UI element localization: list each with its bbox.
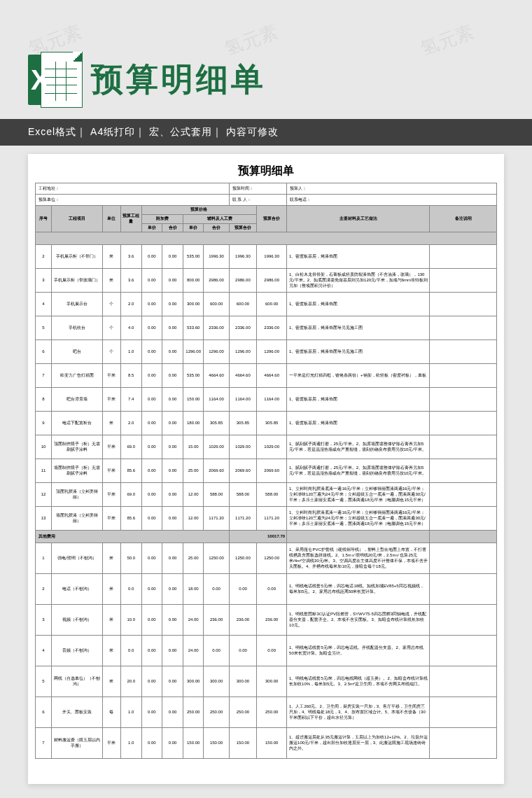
table-row: 4音频（不刨沟）米0.00.000.0024.000.000.000.001、明… [36,636,497,666]
table-row: 6吧台个1.00.000.001296.001296.001296.001296… [36,340,497,364]
brand-subtitle: Excel格式｜ A4纸打印｜ 宏、公式套用｜ 内容可修改 [0,119,532,146]
table-row: 3手机展示柜（带玻璃门）米3.60.000.00800.002986.00298… [36,269,497,293]
table-row: 4手机展示台个2.00.000.00300.00600.00600.00600.… [36,293,497,316]
section-blank [36,232,497,245]
table-row: 9电话下配置柜台米2.00.000.00180.00305.85305.8530… [36,412,497,435]
table-row: 5手机收台个4.00.000.00533.602336.002336.00233… [36,316,497,340]
doc-title: 预算明细单 [35,164,497,178]
table-row: 12顶面乳胶漆（立邦美得丽）平米69.00.000.0012.00588.005… [36,483,497,507]
excel-icon: X [28,55,78,105]
table-row: 1强电/照明（不刨沟）米50.00.000.0025.001250.001250… [36,543,497,574]
table-row: 2手机展示柜（不带门）米3.60.000.00535.001996.301996… [36,245,497,269]
info-row-1: 工程地址： 预算时间： 预算人： [36,183,497,195]
document-sheet: 预算明细单 工程地址： 预算时间： 预算人： 预算单位： 联 系 人： 联系电话… [28,154,504,784]
table-row: 11墙面制作限子（柜）无需刷腻子涂料平米85.60.000.0025.00206… [36,459,497,483]
section-other: 其他费用 10017.70 [36,531,497,543]
table-row: 5网线（自选单位）（不刨沟）米20.00.000.00300.00300.003… [36,666,497,697]
table-row: 7材料搬运费（限五层以内手搬）平米1.00.000.00150.00150.00… [36,728,497,759]
table-row: 2电话（不刨沟）米0.00.000.0018.000.000.000.001、明… [36,574,497,605]
brand-header: X 预算明细单 [0,55,532,105]
table-row: 7欧变力广告灯箱面平米8.50.000.00535.004664.604664.… [36,364,497,388]
header-row-1: 序号 工程项目 单位 预算工程量 预算价格 预算合价 主要材料及工艺做法 备注说… [36,206,497,215]
info-row-2: 预算单位： 联 系 人： 联系电话： [36,195,497,206]
table-row: 8吧台背景墙平米7.40.000.00150.001164.001164.001… [36,388,497,412]
budget-table: 工程地址： 预算时间： 预算人： 预算单位： 联 系 人： 联系电话： 序号 工… [35,183,497,759]
table-row: 13墙面乳胶漆（立邦美得丽）平米85.60.000.0012.001171.20… [36,507,497,531]
table-row: 10顶面制作限子（柜）无需刷腻子涂料平米69.00.000.0015.00102… [36,435,497,459]
brand-title: 预算明细单 [91,58,266,102]
table-row: 6开关、面板安装每1.00.000.00250.00250.00250.0025… [36,697,497,728]
table-row: 3视频（不刨沟）米10.00.000.0024.00236.00236.0023… [36,605,497,636]
